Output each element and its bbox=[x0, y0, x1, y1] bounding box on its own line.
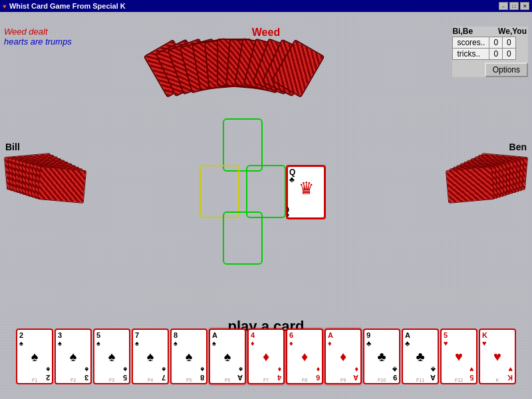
bi-be-tricks: 0 bbox=[489, 49, 503, 60]
player-label-ben: Ben bbox=[509, 142, 527, 152]
player-hand[interactable]: 2♠ ♠ 2♠ F1 3♠ ♠ 3♠ F2 5♠ ♠ 5♠ F3 7♠ ♠ 7♠… bbox=[0, 326, 532, 399]
tricks-label: tricks.. bbox=[453, 49, 489, 60]
svg-text:♛: ♛ bbox=[299, 178, 314, 198]
hand-card-F3[interactable]: 5♠ ♠ 5♠ F3 bbox=[93, 329, 130, 384]
hand-card-K[interactable]: K♥ ♥ K♥ K bbox=[479, 329, 516, 384]
we-you-score: 0 bbox=[503, 37, 516, 49]
svg-text:♣: ♣ bbox=[289, 175, 295, 184]
score-table: scores.. 0 0 tricks.. 0 0 bbox=[452, 37, 515, 60]
hand-card-F8[interactable]: 6♦ ♦ 6♦ F8 bbox=[286, 329, 323, 384]
hand-card-F10[interactable]: 9♣ ♣ 9♣ F10 bbox=[363, 329, 400, 384]
hand-card-F1[interactable]: 2♠ ♠ 2♠ F1 bbox=[16, 329, 53, 384]
player-label-weed: Weed bbox=[252, 27, 280, 39]
tricks-row: tricks.. 0 0 bbox=[453, 49, 515, 60]
hand-card-F9[interactable]: A♦ ♦ A♦ F9 bbox=[325, 329, 362, 384]
play-slot-right bbox=[246, 165, 286, 218]
close-button[interactable]: ✕ bbox=[520, 2, 529, 10]
scores-label: scores.. bbox=[453, 37, 489, 49]
options-button[interactable]: Options bbox=[485, 63, 528, 77]
hearts-trumps-text: hearts are trumps bbox=[4, 37, 72, 47]
player-label-bill: Bill bbox=[5, 142, 20, 152]
hand-card-F2[interactable]: 3♠ ♠ 3♠ F2 bbox=[55, 329, 92, 384]
hand-card-F11[interactable]: A♣ ♣ A♣ F11 bbox=[402, 329, 439, 384]
weed-dealt-text: Weed dealt bbox=[4, 27, 72, 37]
we-you-header: We,You bbox=[498, 27, 527, 36]
game-area: Weed dealt hearts are trumps Bi,Be We,Yo… bbox=[0, 12, 532, 399]
play-slot-bottom bbox=[223, 211, 263, 265]
bill-card-10 bbox=[37, 166, 86, 203]
weed-hand bbox=[153, 39, 326, 92]
queen-card: Q ♣ ♛ Q ♣ bbox=[286, 165, 326, 219]
we-you-tricks: 0 bbox=[503, 49, 516, 60]
hand-card-F5[interactable]: 8♠ ♠ 8♠ F5 bbox=[170, 329, 207, 384]
bi-be-header: Bi,Be bbox=[452, 27, 473, 36]
score-header: Bi,Be We,You bbox=[452, 27, 528, 36]
hand-card-F7[interactable]: 4♦ ♦ 4♦ F7 bbox=[247, 329, 285, 384]
minimize-button[interactable]: – bbox=[499, 2, 508, 10]
play-slot-top bbox=[223, 118, 263, 172]
ben-card-10 bbox=[446, 166, 495, 203]
play-area bbox=[200, 118, 286, 265]
bill-hand bbox=[5, 155, 78, 205]
info-text: Weed dealt hearts are trumps bbox=[4, 27, 72, 47]
bi-be-score: 0 bbox=[489, 37, 503, 49]
title-heart-icon: ♥ bbox=[3, 3, 7, 10]
title-bar: ♥ Whist Card Game From Special K – □ ✕ bbox=[0, 0, 532, 12]
hand-card-F6[interactable]: A♠ ♠ A♠ F6 bbox=[209, 329, 246, 384]
ben-hand bbox=[454, 155, 527, 205]
play-slot-left bbox=[200, 165, 239, 218]
scores-row: scores.. 0 0 bbox=[453, 37, 515, 49]
hand-card-F12[interactable]: 5♥ ♥ 5♥ F12 bbox=[440, 329, 477, 384]
title-text: Whist Card Game From Special K bbox=[9, 2, 126, 10]
window-controls: – □ ✕ bbox=[499, 2, 529, 10]
hand-card-F4[interactable]: 7♠ ♠ 7♠ F4 bbox=[132, 329, 169, 384]
svg-text:♣: ♣ bbox=[287, 211, 289, 218]
maximize-button[interactable]: □ bbox=[509, 2, 519, 10]
score-panel: Bi,Be We,You scores.. 0 0 tricks.. 0 0 O… bbox=[452, 27, 528, 77]
